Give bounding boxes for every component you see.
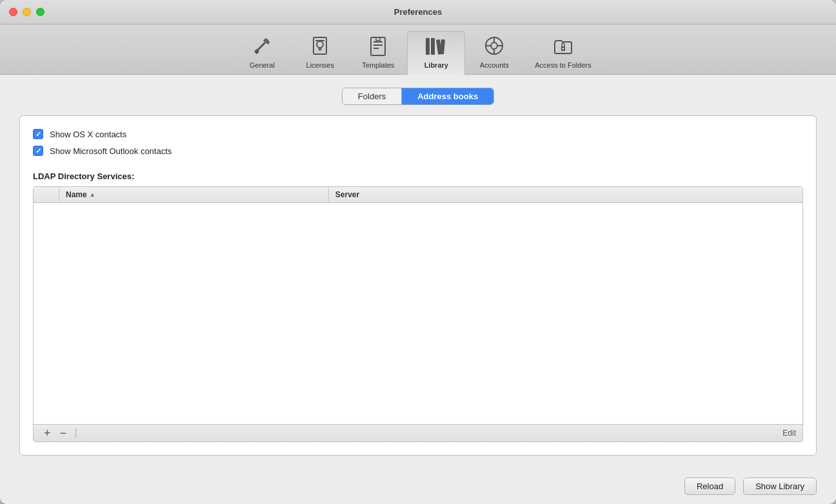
segment-folders[interactable]: Folders <box>343 88 402 104</box>
svg-line-0 <box>257 42 266 51</box>
templates-icon <box>368 35 388 59</box>
general-label: General <box>250 61 275 69</box>
table-toolbar: + − Edit <box>34 424 802 441</box>
traffic-lights <box>9 8 45 16</box>
checkbox-show-os-contacts: Show OS X contacts <box>33 129 803 139</box>
table-header: Name ▲ Server <box>34 187 802 203</box>
reload-button[interactable]: Reload <box>684 478 735 495</box>
preferences-window: Preferences General <box>0 0 836 504</box>
show-outlook-contacts-checkbox[interactable] <box>33 146 43 156</box>
accounts-label: Accounts <box>480 61 509 69</box>
licenses-icon <box>310 35 330 59</box>
add-button[interactable]: + <box>40 427 55 439</box>
edit-button[interactable]: Edit <box>782 429 796 438</box>
general-icon <box>252 35 272 59</box>
bottom-bar: Reload Show Library <box>0 469 836 504</box>
svg-rect-9 <box>371 37 385 55</box>
access-to-folders-label: Access to Folders <box>535 61 591 69</box>
svg-point-24 <box>562 48 564 49</box>
checkbox-show-outlook-contacts: Show Microsoft Outlook contacts <box>33 146 803 156</box>
svg-rect-14 <box>431 38 435 55</box>
sort-arrow-icon: ▲ <box>90 191 95 198</box>
show-outlook-contacts-label: Show Microsoft Outlook contacts <box>50 146 172 156</box>
segment-control: Folders Address books <box>342 88 494 105</box>
col-name-label: Name <box>66 190 87 199</box>
tab-general[interactable]: General <box>233 32 291 74</box>
col-header-check <box>34 187 59 202</box>
tab-access-to-folders[interactable]: Access to Folders <box>523 32 602 74</box>
templates-label: Templates <box>362 61 394 69</box>
svg-rect-13 <box>426 38 430 55</box>
col-header-server[interactable]: Server <box>329 187 802 202</box>
svg-point-5 <box>317 41 323 48</box>
library-icon <box>424 35 448 59</box>
segment-address-books[interactable]: Address books <box>402 88 493 104</box>
show-os-contacts-label: Show OS X contacts <box>50 130 126 139</box>
table-body <box>34 203 802 424</box>
tab-licenses[interactable]: Licenses <box>291 32 349 74</box>
tab-accounts[interactable]: Accounts <box>465 32 523 74</box>
tab-library[interactable]: Library <box>407 31 465 75</box>
svg-point-3 <box>266 39 269 43</box>
library-label: Library <box>424 61 448 69</box>
svg-point-18 <box>491 43 497 49</box>
show-os-contacts-checkbox[interactable] <box>33 129 43 139</box>
maximize-button[interactable] <box>36 8 45 16</box>
col-header-name[interactable]: Name ▲ <box>59 187 329 202</box>
content-panel: Show OS X contacts Show Microsoft Outloo… <box>19 115 817 456</box>
accounts-icon <box>484 35 504 59</box>
minimize-button[interactable] <box>23 8 31 16</box>
toolbar-divider <box>75 428 76 438</box>
svg-rect-4 <box>314 37 326 54</box>
remove-button[interactable]: − <box>56 427 71 439</box>
access-to-folders-icon <box>553 35 573 59</box>
close-button[interactable] <box>9 8 17 16</box>
svg-rect-16 <box>440 39 445 54</box>
licenses-label: Licenses <box>306 61 334 69</box>
tab-templates[interactable]: Templates <box>349 32 407 74</box>
main-content: Folders Address books Show OS X contacts… <box>0 75 836 469</box>
svg-rect-8 <box>315 40 324 41</box>
title-bar: Preferences <box>0 0 836 24</box>
toolbar: General Licenses <box>0 24 836 75</box>
ldap-table: Name ▲ Server + − Edit <box>33 186 803 442</box>
ldap-title: LDAP Directory Services: <box>33 171 803 181</box>
window-title: Preferences <box>394 7 442 17</box>
show-library-button[interactable]: Show Library <box>743 478 817 495</box>
col-server-label: Server <box>335 190 359 199</box>
